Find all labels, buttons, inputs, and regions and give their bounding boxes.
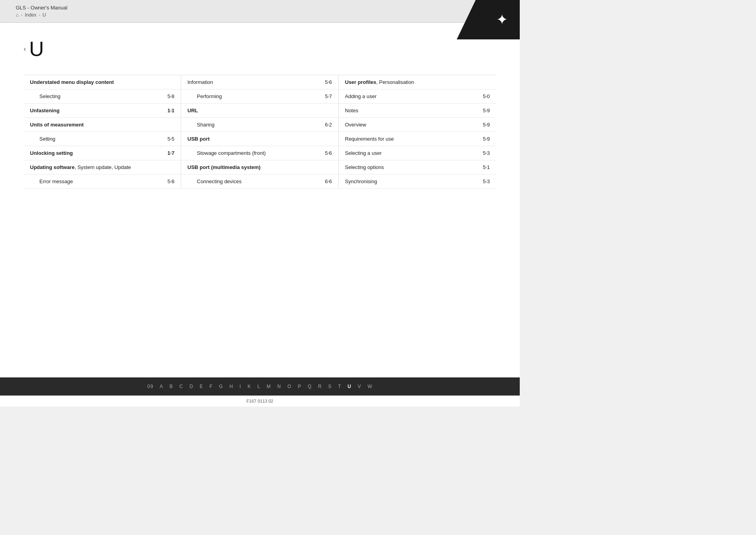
breadcrumb-sep-1: ›: [21, 13, 22, 17]
nav-item-A[interactable]: A: [157, 382, 167, 391]
index-letter-row: ‹ U: [24, 39, 496, 59]
entry-unfastening[interactable]: Unfastening 1›1: [24, 104, 181, 118]
nav-item-L[interactable]: L: [254, 382, 264, 391]
header: GLS - Owner's Manual ⌂ › Index › U ✦: [0, 0, 520, 23]
nav-item-C[interactable]: C: [176, 382, 187, 391]
entry-text-selecting-options: Selecting options: [345, 164, 483, 170]
entry-page-selecting: 5›8: [167, 93, 174, 99]
entry-adding-user[interactable]: Adding a user 5›0: [339, 89, 496, 104]
nav-item-G[interactable]: G: [216, 382, 226, 391]
entry-text-stowage: Stowage compartments (front): [197, 150, 325, 156]
entry-units: Units of measurement: [24, 118, 181, 132]
entry-text-sharing: Sharing: [197, 122, 325, 128]
entry-connecting-devices[interactable]: Connecting devices 6›6: [181, 175, 338, 189]
entry-page-stowage: 5›6: [325, 150, 332, 156]
entry-page-overview: 5›9: [483, 122, 490, 128]
entry-url: URL: [181, 104, 338, 118]
entry-page-selecting-user: 5›3: [483, 150, 490, 156]
entry-page-information: 5›6: [325, 79, 332, 85]
entry-page-requirements: 5›9: [483, 136, 490, 142]
nav-item-K[interactable]: K: [245, 382, 254, 391]
entry-page-adding-user: 5›0: [483, 93, 490, 99]
main-content: ‹ U Understated menu display content Sel…: [0, 23, 520, 377]
entry-error-message[interactable]: Error message 5›8: [24, 175, 181, 189]
entry-text-updating: Updating software, System update, Update: [30, 164, 174, 170]
mercedes-logo: ✦: [496, 11, 508, 28]
entry-page-connecting-devices: 6›6: [325, 178, 332, 184]
nav-item-T[interactable]: T: [335, 382, 344, 391]
entry-overview[interactable]: Overview 5›9: [339, 118, 496, 132]
home-icon[interactable]: ⌂: [16, 12, 19, 18]
entry-text-unfastening: Unfastening: [30, 108, 167, 113]
nav-item-U[interactable]: U: [345, 382, 355, 391]
entry-text-usb-port: USB port: [187, 136, 332, 142]
entry-text-url: URL: [187, 108, 332, 113]
nav-item-W[interactable]: W: [364, 382, 375, 391]
nav-item-O[interactable]: O: [284, 382, 295, 391]
entry-text-setting: Setting: [39, 136, 167, 142]
nav-item-P[interactable]: P: [295, 382, 304, 391]
breadcrumb-current: U: [43, 12, 46, 18]
index-column-2: Information 5›6 Performing 5›7 URL Shari…: [181, 75, 339, 189]
entry-text-information: Information: [187, 79, 325, 85]
entry-selecting-options[interactable]: Selecting options 5›1: [339, 160, 496, 175]
entry-text-unlocking: Unlocking setting: [30, 150, 167, 156]
entry-text-performing: Performing: [197, 93, 325, 99]
entry-text-adding-user: Adding a user: [345, 93, 483, 99]
entry-updating: Updating software, System update, Update: [24, 160, 181, 175]
page-footer: F167 0113 02: [0, 396, 520, 407]
entry-requirements[interactable]: Requirements for use 5›9: [339, 132, 496, 146]
breadcrumb-sep-2: ›: [39, 13, 40, 17]
breadcrumb: ⌂ › Index › U: [16, 12, 67, 18]
nav-item-09[interactable]: 09: [144, 382, 156, 391]
entry-notes[interactable]: Notes 5›9: [339, 104, 496, 118]
nav-item-B[interactable]: B: [167, 382, 176, 391]
entry-page-sharing: 6›2: [325, 122, 332, 128]
entry-page-synchronising: 5›3: [483, 178, 490, 184]
entry-page-performing: 5›7: [325, 93, 332, 99]
index-column-1: Understated menu display content Selecti…: [24, 75, 181, 189]
entry-sharing[interactable]: Sharing 6›2: [181, 118, 338, 132]
bottom-nav: 09 A B C D E F G H I K L M N O P Q R S T…: [0, 377, 520, 396]
nav-item-M[interactable]: M: [263, 382, 274, 391]
nav-item-S[interactable]: S: [325, 382, 335, 391]
logo-area: ✦: [457, 0, 520, 39]
entry-setting[interactable]: Setting 5›5: [24, 132, 181, 146]
nav-item-E[interactable]: E: [196, 382, 206, 391]
prev-letter-button[interactable]: ‹: [24, 45, 26, 53]
entry-understated: Understated menu display content: [24, 75, 181, 89]
nav-item-H[interactable]: H: [226, 382, 237, 391]
entry-page-setting: 5›5: [167, 136, 174, 142]
entry-text-synchronising: Synchronising: [345, 178, 483, 184]
nav-item-I[interactable]: I: [236, 382, 244, 391]
nav-item-F[interactable]: F: [206, 382, 216, 391]
entry-unlocking[interactable]: Unlocking setting 1›7: [24, 146, 181, 160]
entry-stowage[interactable]: Stowage compartments (front) 5›6: [181, 146, 338, 160]
nav-item-D[interactable]: D: [186, 382, 196, 391]
entry-text-user-profiles: User profiles, Personalisation: [345, 79, 490, 85]
entry-page-notes: 5›9: [483, 108, 490, 113]
footer-code: F167 0113 02: [246, 399, 273, 403]
entry-selecting[interactable]: Selecting 5›8: [24, 89, 181, 104]
entry-selecting-user[interactable]: Selecting a user 5›3: [339, 146, 496, 160]
entry-usb-multimedia: USB port (multimedia system): [181, 160, 338, 175]
entry-text-requirements: Requirements for use: [345, 136, 483, 142]
current-index-letter: U: [29, 39, 44, 59]
entry-page-unlocking: 1›7: [167, 150, 174, 156]
nav-item-Q[interactable]: Q: [304, 382, 315, 391]
entry-text-selecting: Selecting: [39, 93, 167, 99]
entry-page-error-message: 5›8: [167, 178, 174, 184]
entry-page-selecting-options: 5›1: [483, 164, 490, 170]
entry-synchronising[interactable]: Synchronising 5›3: [339, 175, 496, 189]
entry-performing[interactable]: Performing 5›7: [181, 89, 338, 104]
nav-item-V[interactable]: V: [354, 382, 364, 391]
nav-item-N[interactable]: N: [274, 382, 284, 391]
index-column-3: User profiles, Personalisation Adding a …: [339, 75, 496, 189]
entry-text-usb-multimedia: USB port (multimedia system): [187, 164, 332, 170]
entry-information[interactable]: Information 5›6: [181, 75, 338, 89]
nav-item-R[interactable]: R: [315, 382, 325, 391]
entry-text-connecting-devices: Connecting devices: [197, 178, 325, 184]
entry-text-notes: Notes: [345, 108, 483, 113]
entry-user-profiles: User profiles, Personalisation: [339, 75, 496, 89]
breadcrumb-index[interactable]: Index: [25, 12, 36, 18]
